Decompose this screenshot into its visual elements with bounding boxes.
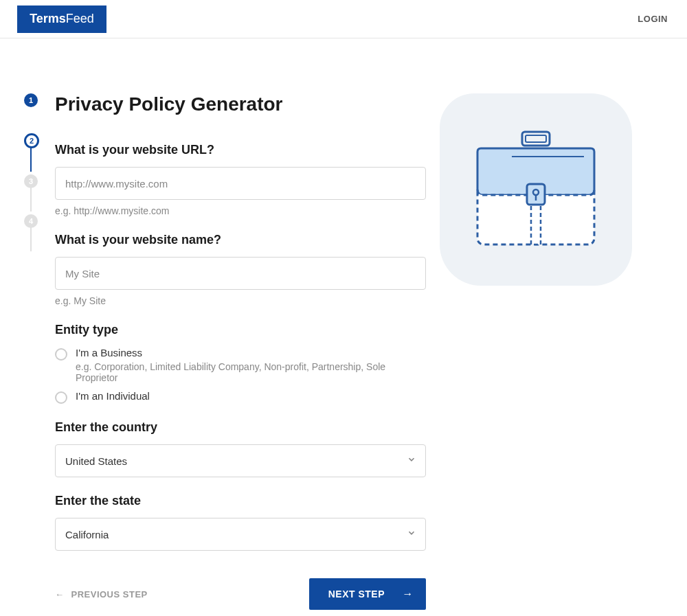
label-state: Enter the state — [55, 494, 426, 508]
field-state: Enter the state California — [55, 494, 426, 551]
radio-icon — [55, 391, 67, 404]
step-1[interactable]: 1 — [24, 93, 38, 107]
field-website-name: What is your website name? e.g. My Site — [55, 233, 426, 306]
next-step-label: NEXT STEP — [328, 589, 385, 600]
radio-business-label: I'm a Business — [76, 347, 426, 358]
step-2[interactable]: 2 — [24, 133, 39, 148]
radio-individual-label: I'm an Individual — [76, 390, 426, 402]
briefcase-icon — [471, 128, 601, 251]
radio-business-helper: e.g. Corporation, Limited Liability Comp… — [76, 361, 426, 383]
svg-rect-1 — [526, 135, 546, 142]
header: TermsFeed LOGIN — [0, 0, 687, 38]
previous-step-label: PREVIOUS STEP — [71, 589, 148, 600]
container: 1 2 3 4 Privacy Policy Generator What is… — [0, 38, 687, 610]
step-connector — [30, 144, 32, 172]
select-state[interactable]: California — [55, 518, 426, 551]
arrow-right-icon: → — [403, 588, 414, 600]
previous-step-button[interactable]: ← PREVIOUS STEP — [55, 589, 148, 600]
form-actions: ← PREVIOUS STEP NEXT STEP → — [55, 578, 426, 610]
arrow-left-icon: ← — [55, 589, 65, 600]
step-connector — [30, 224, 32, 251]
label-website-url: What is your website URL? — [55, 143, 426, 157]
logo-light: Feed — [66, 12, 94, 26]
step-4: 4 — [24, 214, 38, 228]
logo[interactable]: TermsFeed — [17, 5, 106, 33]
helper-website-url: e.g. http://www.mysite.com — [55, 205, 426, 216]
helper-website-name: e.g. My Site — [55, 295, 426, 306]
select-country[interactable]: United States — [55, 444, 426, 477]
field-website-url: What is your website URL? e.g. http://ww… — [55, 143, 426, 216]
side-illustration — [440, 93, 646, 610]
radio-icon — [55, 348, 67, 361]
login-link[interactable]: LOGIN — [638, 14, 668, 24]
step-connector — [30, 184, 32, 212]
main-form: Privacy Policy Generator What is your we… — [55, 93, 440, 610]
label-website-name: What is your website name? — [55, 233, 426, 247]
next-step-button[interactable]: NEXT STEP → — [309, 578, 426, 610]
radio-business[interactable]: I'm a Business e.g. Corporation, Limited… — [55, 347, 426, 383]
step-3: 3 — [24, 174, 38, 188]
illustration-bg — [440, 93, 632, 286]
input-website-name[interactable] — [55, 257, 426, 290]
label-country: Enter the country — [55, 420, 426, 435]
radio-individual[interactable]: I'm an Individual — [55, 390, 426, 404]
page-title: Privacy Policy Generator — [55, 93, 426, 115]
stepper: 1 2 3 4 — [0, 93, 55, 610]
field-entity-type: Entity type I'm a Business e.g. Corporat… — [55, 323, 426, 404]
field-country: Enter the country United States — [55, 420, 426, 477]
label-entity-type: Entity type — [55, 323, 426, 337]
logo-bold: Terms — [30, 12, 66, 26]
input-website-url[interactable] — [55, 167, 426, 200]
